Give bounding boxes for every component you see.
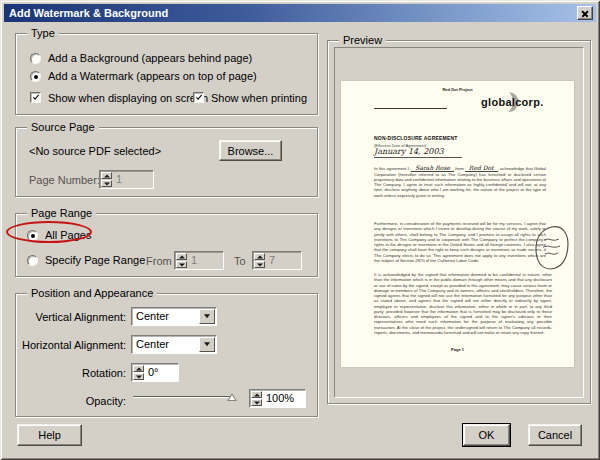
horizontal-alignment-label: Horizontal Alignment: [16, 339, 126, 351]
arrow-down-icon [254, 401, 260, 407]
page-number-value: 1 [112, 171, 122, 188]
radio-add-watermark-label[interactable]: Add a Watermark (appears on top of page) [48, 70, 257, 82]
globalcorp-logo: globalcorp. [481, 96, 544, 108]
spin-up-button[interactable] [176, 253, 187, 260]
hand-drawn-approval-stamp [533, 225, 571, 271]
ok-button[interactable]: OK [463, 424, 510, 446]
spin-down-button[interactable] [254, 261, 265, 268]
spin-down-button[interactable] [251, 399, 262, 406]
from-page-value: 1 [187, 252, 197, 269]
spin-up-button[interactable] [133, 365, 144, 372]
dropdown-arrow-button[interactable] [199, 309, 215, 324]
spin-up-button[interactable] [254, 253, 265, 260]
arrow-up-icon [179, 252, 185, 258]
arrow-down-icon [136, 375, 142, 381]
opacity-value: 100% [262, 390, 294, 407]
arrow-up-icon [254, 390, 260, 396]
arrow-down-icon [104, 182, 110, 188]
to-label: To [234, 255, 246, 267]
checkbox-show-when-printing[interactable] [193, 92, 204, 103]
arrow-up-icon [257, 252, 263, 258]
spin-down-button[interactable] [101, 180, 112, 187]
spin-up-button[interactable] [251, 391, 262, 398]
preview-page: Red Dot Project globalcorp. NON-DISCLOSU… [341, 81, 574, 367]
radio-specify-page-range-label[interactable]: Specify Page Range [45, 254, 145, 266]
position-appearance-group: Position and Appearance Vertical Alignme… [15, 293, 318, 417]
doc-header: Red Dot Project [341, 87, 574, 92]
cancel-button[interactable]: Cancel [528, 424, 582, 446]
horizontal-alignment-select[interactable]: Center [131, 335, 217, 354]
dropdown-arrow-button[interactable] [199, 337, 215, 352]
arrow-up-icon [136, 364, 142, 370]
doc-page-footer: Page 1 [341, 347, 574, 352]
opacity-slider-track[interactable] [133, 396, 233, 398]
doc-signature-line [374, 108, 447, 109]
opacity-label: Opacity: [16, 395, 126, 407]
position-appearance-group-label: Position and Appearance [27, 287, 157, 299]
type-group: Type Add a Background (appears behind pa… [15, 33, 318, 115]
arrow-down-icon [179, 263, 185, 269]
chevron-down-icon [204, 314, 210, 321]
doc-intro-text: In this agreement I, [374, 166, 410, 171]
opacity-slider-thumb[interactable] [227, 388, 237, 401]
doc-paragraph-3: It is acknowledged by the signed that in… [374, 272, 552, 335]
source-page-group: Source Page <No source PDF selected> Bro… [15, 127, 318, 197]
spin-up-button[interactable] [101, 172, 112, 179]
vertical-alignment-label: Vertical Alignment: [16, 311, 126, 323]
page-number-label: Page Number: [29, 174, 100, 186]
horizontal-alignment-value: Center [132, 336, 198, 353]
from-page-stepper[interactable]: 1 [174, 251, 224, 270]
no-source-pdf-text: <No source PDF selected> [29, 145, 161, 157]
page-number-stepper[interactable]: 1 [99, 170, 154, 189]
rotation-value: 0° [144, 364, 159, 381]
spin-down-button[interactable] [133, 373, 144, 380]
rotation-label: Rotation: [16, 367, 126, 379]
doc-paragraph-1-text: , acknowledge that Global Corporation (h… [374, 166, 546, 198]
red-ellipse-annotation [6, 221, 92, 243]
type-group-label: Type [27, 27, 59, 39]
dialog-title: Add Watermark & Background [9, 7, 168, 19]
radio-add-background[interactable] [30, 53, 41, 64]
opacity-stepper[interactable]: 100% [249, 389, 306, 408]
to-page-value: 7 [265, 252, 275, 269]
radio-add-watermark[interactable] [30, 71, 41, 82]
from-label: From [146, 255, 172, 267]
arrow-down-icon [257, 263, 263, 269]
help-button[interactable]: Help [17, 424, 82, 446]
vertical-alignment-select[interactable]: Center [131, 307, 217, 326]
radio-add-background-label[interactable]: Add a Background (appears behind page) [48, 52, 252, 64]
browse-button[interactable]: Browse... [219, 140, 282, 161]
checkbox-show-when-printing-label[interactable]: Show when printing [211, 92, 307, 104]
to-page-stepper[interactable]: 7 [252, 251, 302, 270]
add-watermark-background-dialog: Add Watermark & Background Type Add a Ba… [0, 0, 600, 460]
chevron-down-icon [204, 342, 210, 349]
source-page-group-label: Source Page [27, 121, 99, 133]
preview-panel: Red Dot Project globalcorp. NON-DISCLOSU… [334, 47, 584, 398]
checkbox-show-on-screen[interactable] [30, 92, 41, 103]
doc-intro-text: from [455, 166, 463, 171]
title-bar[interactable]: Add Watermark & Background [4, 4, 596, 22]
preview-group: Preview Red Dot Project globalcorp. NON-… [327, 40, 591, 404]
preview-group-label: Preview [339, 34, 386, 46]
doc-paragraph-2: Furthermore, in consideration of the pay… [374, 221, 546, 263]
close-button[interactable] [577, 6, 593, 20]
vertical-alignment-value: Center [132, 308, 198, 325]
arrow-up-icon [104, 171, 110, 177]
doc-title: NON-DISCLOSURE AGREEMENT [374, 135, 458, 141]
rotation-stepper[interactable]: 0° [131, 363, 179, 382]
checkbox-show-on-screen-label[interactable]: Show when displaying on screen [48, 92, 208, 104]
doc-paragraph-1: In this agreement I, Sarah Rose from Red… [374, 164, 546, 198]
page-range-group-label: Page Range [27, 207, 96, 219]
doc-date-handwritten: January 14, 2003 [374, 147, 462, 158]
spin-down-button[interactable] [176, 261, 187, 268]
radio-specify-page-range[interactable] [27, 255, 38, 266]
